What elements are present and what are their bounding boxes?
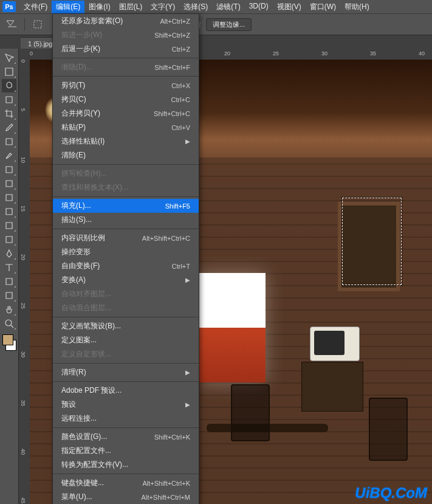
marquee-selection[interactable] (342, 198, 402, 285)
ruler-tick: 20 (20, 254, 26, 260)
menu-item[interactable]: 合并拷贝(Y)Shift+Ctrl+C (53, 106, 199, 120)
menu-item[interactable]: 远程连接... (53, 412, 199, 426)
magic-wand-tool[interactable] (2, 93, 16, 106)
blur-tool[interactable] (2, 219, 16, 232)
tool-preset-icon[interactable] (4, 18, 19, 31)
menubar-item-窗口[interactable]: 窗口(W) (306, 1, 340, 13)
menu-item[interactable]: 定义画笔预设(B)... (53, 319, 199, 333)
menu-item[interactable]: 描边(S)... (53, 213, 199, 227)
menu-item: 渐隐(D)...Shift+Ctrl+F (53, 60, 199, 74)
submenu-arrow-icon: ▶ (185, 277, 190, 283)
foreground-color-swatch[interactable] (2, 334, 13, 345)
menu-item[interactable]: 填充(L)...Shift+F5 (53, 199, 199, 213)
menu-item: 前进一步(W)Shift+Ctrl+Z (53, 28, 199, 42)
menubar-item-编辑[interactable]: 编辑(E) (52, 1, 84, 13)
menu-item-label: 键盘快捷键... (61, 478, 104, 488)
menu-separator (53, 363, 199, 364)
path-select-tool[interactable] (2, 275, 16, 288)
menu-item[interactable]: 粘贴(P)Ctrl+V (53, 120, 199, 134)
crop-tool[interactable] (2, 107, 16, 120)
ps-logo[interactable]: Ps (2, 1, 16, 12)
menu-shortcut: Shift+Ctrl+F (154, 64, 190, 71)
menu-shortcut: Ctrl+V (171, 124, 190, 131)
menu-item[interactable]: 转换为配置文件(V)... (53, 458, 199, 472)
menu-separator (53, 317, 199, 317)
menubar-item-选择[interactable]: 选择(S) (179, 1, 212, 13)
menu-item[interactable]: 菜单(U)...Alt+Shift+Ctrl+M (53, 490, 199, 504)
zoom-tool[interactable] (2, 317, 16, 330)
menu-shortcut: Shift+Ctrl+Z (154, 32, 190, 39)
menu-item[interactable]: 拷贝(C)Ctrl+C (53, 92, 199, 106)
eraser-tool[interactable] (2, 191, 16, 204)
menu-item-label: 清除(E) (61, 150, 86, 161)
menu-item[interactable]: 预设▶ (53, 398, 199, 412)
menu-item[interactable]: 颜色设置(G)...Shift+Ctrl+K (53, 430, 199, 444)
menu-item-label: 描边(S)... (61, 215, 92, 225)
ruler-vertical: 051015202530354045 (19, 60, 30, 504)
gradient-tool[interactable] (2, 205, 16, 218)
menubar-item-滤镜[interactable]: 滤镜(T) (212, 1, 244, 13)
menu-item[interactable]: 清除(E) (53, 148, 199, 162)
menu-item[interactable]: 自由变换(F)Ctrl+T (53, 259, 199, 273)
menu-item-label: 选择性粘贴(I) (61, 136, 105, 147)
menu-item[interactable]: 内容识别比例Alt+Shift+Ctrl+C (53, 231, 199, 245)
menu-shortcut: Alt+Shift+Ctrl+K (142, 480, 190, 487)
menu-item[interactable]: Adobe PDF 预设... (53, 384, 199, 398)
menu-shortcut: Alt+Ctrl+Z (160, 18, 190, 25)
menu-item-label: 操控变形 (61, 247, 91, 257)
menu-item-label: 变换(A) (61, 275, 86, 285)
dodge-tool[interactable] (2, 233, 16, 246)
submenu-arrow-icon: ▶ (185, 401, 190, 408)
menu-separator (53, 474, 199, 474)
menubar-item-3d[interactable]: 3D(D) (245, 1, 273, 13)
menu-item[interactable]: 后退一步(K)Ctrl+Z (53, 42, 199, 56)
eyedropper-tool[interactable] (2, 121, 16, 134)
refine-edge-button[interactable]: 调整边缘... (206, 18, 252, 31)
menu-item-label: Adobe PDF 预设... (61, 385, 122, 396)
menubar-item-图层[interactable]: 图层(L) (115, 1, 147, 13)
edit-menu-dropdown: 还原多边形套索(O)Alt+Ctrl+Z前进一步(W)Shift+Ctrl+Z后… (52, 13, 199, 504)
menu-item-label: 自动混合图层... (61, 303, 111, 313)
menu-separator (53, 229, 199, 229)
menu-item[interactable]: 变换(A)▶ (53, 273, 199, 287)
menu-item-label: 合并拷贝(Y) (61, 108, 100, 119)
ruler-tick: 0 (30, 50, 33, 57)
menu-shortcut: Ctrl+T (172, 263, 190, 270)
history-brush-tool[interactable] (2, 177, 16, 190)
menu-shortcut: Ctrl+C (171, 96, 190, 103)
menu-item-label: 预设 (61, 399, 76, 410)
menu-item-label: 自动对齐图层... (61, 289, 111, 299)
menu-shortcut: Shift+Ctrl+K (154, 433, 190, 441)
menu-separator (53, 381, 199, 382)
marquee-tool[interactable] (2, 65, 16, 78)
menu-item[interactable]: 剪切(T)Ctrl+X (53, 78, 199, 92)
selection-new-icon[interactable] (30, 18, 46, 31)
menu-item[interactable]: 选择性粘贴(I)▶ (53, 134, 199, 148)
menu-item[interactable]: 清理(R)▶ (53, 365, 199, 379)
lasso-tool[interactable] (2, 79, 16, 92)
menu-item-label: 查找和替换文本(X)... (61, 182, 128, 193)
menu-item[interactable]: 还原多边形套索(O)Alt+Ctrl+Z (53, 14, 199, 28)
menubar-item-图像[interactable]: 图像(I) (84, 1, 114, 13)
menubar-item-帮助[interactable]: 帮助(H) (340, 1, 374, 13)
ruler-tick: 35 (370, 50, 376, 57)
type-tool[interactable] (2, 261, 16, 274)
healing-tool[interactable] (2, 135, 16, 148)
rectangle-tool[interactable] (2, 289, 16, 302)
menu-item-label: 指定配置文件... (61, 446, 111, 456)
menu-item[interactable]: 键盘快捷键...Alt+Shift+Ctrl+K (53, 476, 199, 490)
stamp-tool[interactable] (2, 163, 16, 176)
menu-item[interactable]: 操控变形 (53, 245, 199, 259)
menu-item-label: 还原多边形套索(O) (61, 16, 123, 26)
menu-item-label: 剪切(T) (61, 80, 85, 91)
menu-item[interactable]: 定义图案... (53, 333, 199, 347)
menubar-item-视图[interactable]: 视图(V) (273, 1, 306, 13)
menubar-item-文件[interactable]: 文件(F) (19, 1, 52, 13)
tools-panel (0, 49, 19, 504)
menubar-item-文字[interactable]: 文字(Y) (146, 1, 179, 13)
hand-tool[interactable] (2, 303, 16, 316)
menu-item[interactable]: 指定配置文件... (53, 444, 199, 458)
pen-tool[interactable] (2, 247, 16, 260)
move-tool[interactable] (2, 51, 16, 64)
brush-tool[interactable] (2, 149, 16, 162)
